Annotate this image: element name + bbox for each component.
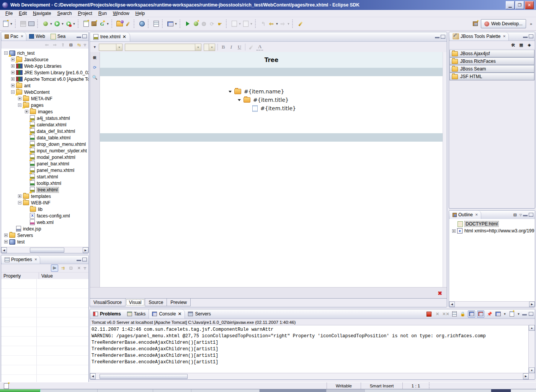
window-title-bar[interactable]: Web Development - C:/Development/Project… bbox=[0, 0, 536, 10]
properties-table-body[interactable] bbox=[1, 279, 88, 382]
previous-annotation-button[interactable] bbox=[242, 20, 249, 28]
scroll-thumb[interactable] bbox=[100, 374, 188, 379]
tree-item[interactable]: rich_test bbox=[1, 50, 88, 56]
link-with-editor-button[interactable]: ⇆ bbox=[76, 42, 82, 48]
tree-item[interactable]: calendar.xhtml bbox=[1, 121, 88, 128]
tree-item[interactable]: modal_ponel.xhtml bbox=[1, 154, 88, 160]
outline-item-html[interactable]: e html xmlns=http://www.w3.org/199 bbox=[449, 227, 535, 234]
up-arrow-icon[interactable]: ⇧ bbox=[60, 42, 66, 48]
back-button[interactable]: ⇦ bbox=[268, 20, 275, 28]
tree-item[interactable]: a4j_status.xhtml bbox=[1, 115, 88, 121]
restore-window-button[interactable]: ❐ bbox=[515, 1, 524, 9]
show-hide-tabs-icon[interactable]: ▦ bbox=[518, 42, 525, 48]
debug-server-button[interactable] bbox=[192, 20, 199, 28]
tree-item[interactable]: ant bbox=[1, 82, 88, 89]
maximize-panel-button[interactable] bbox=[529, 312, 533, 316]
scroll-left-arrow[interactable]: ◀ bbox=[90, 373, 96, 379]
font-color-button[interactable]: A bbox=[257, 44, 263, 51]
palette-category-jsf-html[interactable]: JSF HTML bbox=[449, 73, 534, 80]
tab-servers[interactable]: Servers bbox=[185, 309, 214, 318]
tab-console[interactable]: Console ✕ bbox=[149, 309, 185, 318]
tree-node-row[interactable]: #{item.title} bbox=[252, 104, 296, 113]
header-bar-band[interactable] bbox=[100, 68, 443, 76]
tree-item[interactable]: images bbox=[1, 108, 88, 115]
find-icon[interactable]: 🔍 bbox=[92, 74, 98, 81]
maximize-editor-button[interactable] bbox=[441, 35, 445, 39]
tree-item[interactable]: META-INF bbox=[1, 95, 88, 102]
minimize-view-button[interactable] bbox=[523, 213, 528, 216]
close-icon[interactable]: ✕ bbox=[475, 213, 478, 217]
menu-edit[interactable]: Edit bbox=[16, 10, 30, 17]
column-property[interactable]: Property bbox=[1, 273, 39, 279]
scroll-left-arrow[interactable]: ◀ bbox=[1, 247, 7, 253]
column-value[interactable]: Value bbox=[39, 273, 88, 279]
close-icon[interactable]: ✕ bbox=[123, 34, 126, 39]
show-categories-button[interactable]: ⊫ bbox=[51, 265, 58, 272]
marker-pen-button[interactable] bbox=[297, 20, 304, 28]
page-title[interactable]: Tree bbox=[265, 57, 278, 64]
open-web-browser-button[interactable] bbox=[138, 20, 145, 28]
minimize-editor-button[interactable] bbox=[435, 35, 440, 38]
explorer-horizontal-scrollbar[interactable]: ◀ ▶ bbox=[1, 247, 88, 253]
footer-bar-band[interactable] bbox=[100, 133, 443, 142]
next-annotation-button[interactable] bbox=[230, 20, 238, 28]
show-advanced-properties-button[interactable]: ⇉ bbox=[60, 265, 66, 271]
palette-editor-hammer-icon[interactable]: 🛠 bbox=[510, 42, 516, 48]
refresh-icon[interactable]: ⟳ bbox=[92, 64, 98, 71]
tree-item[interactable]: test bbox=[1, 238, 88, 245]
tree-item[interactable]: Xfaces-config.xml bbox=[1, 212, 88, 219]
view-menu-button[interactable]: ▽ bbox=[520, 213, 522, 217]
start-server-button[interactable] bbox=[184, 20, 191, 28]
save-button[interactable] bbox=[20, 20, 27, 28]
scroll-up-arrow[interactable]: ▲ bbox=[529, 325, 535, 331]
taskbar-window-button[interactable] bbox=[153, 389, 191, 392]
new-web-project-button[interactable]: G bbox=[98, 20, 106, 28]
tree-item[interactable]: WEB-INF bbox=[1, 199, 88, 206]
console-horizontal-scrollbar[interactable]: ◀ ▶ bbox=[90, 373, 529, 379]
menu-project[interactable]: Project bbox=[75, 10, 95, 17]
tree-item[interactable]: data_table.xhtml bbox=[1, 134, 88, 141]
palette-category-jboss-richfaces[interactable]: JBoss RichFaces bbox=[449, 57, 534, 65]
scroll-right-arrow[interactable]: ▶ bbox=[83, 247, 88, 253]
new-wizard-dropdown[interactable]: ▼ bbox=[10, 20, 13, 28]
tree-item[interactable]: Servers bbox=[1, 232, 88, 238]
forward-arrow-icon[interactable]: ⇨ bbox=[52, 42, 58, 48]
outline-horizontal-scrollbar[interactable]: ◀ ▶ bbox=[449, 301, 535, 307]
tab-jboss-tools-palette[interactable]: JBoss Tools Palette✕ bbox=[450, 32, 509, 41]
open-console-dropdown[interactable]: ▼ bbox=[517, 310, 520, 318]
terminate-button[interactable] bbox=[426, 311, 432, 317]
show-console-on-output-button[interactable] bbox=[468, 310, 475, 318]
display-console-dropdown[interactable]: ▼ bbox=[503, 310, 507, 318]
menu-run[interactable]: Run bbox=[95, 10, 110, 17]
tab-visual[interactable]: Visual bbox=[126, 299, 145, 306]
tab-web-projects[interactable]: Web bbox=[26, 32, 47, 41]
font-family-combobox[interactable]: ▼ bbox=[125, 44, 201, 51]
console-output[interactable]: 02.11.2007 1:42:46 com.sun.facelets.tag.… bbox=[90, 325, 529, 373]
editor-vertical-scrollbar[interactable] bbox=[443, 52, 447, 287]
new-jsp-file-button[interactable] bbox=[82, 20, 90, 28]
editor-tab-tree-xhtml[interactable]: tree.xhtml ✕ bbox=[90, 32, 130, 41]
minimize-window-button[interactable]: ▁ bbox=[506, 1, 515, 9]
tree-item[interactable]: data_def_list.xhtml bbox=[1, 128, 88, 134]
tree-item[interactable]: Web App Libraries bbox=[1, 63, 88, 69]
next-annotation-dropdown[interactable]: ▼ bbox=[238, 20, 242, 28]
publish-server-button[interactable]: ☛ bbox=[216, 20, 224, 28]
tab-properties[interactable]: Properties✕ bbox=[2, 255, 40, 264]
collapse-arrow-icon[interactable] bbox=[229, 91, 232, 93]
taskbar-window-button[interactable] bbox=[365, 389, 491, 392]
close-icon[interactable]: ✕ bbox=[21, 34, 24, 38]
taskbar-window-button[interactable] bbox=[98, 389, 153, 392]
scroll-lock-button[interactable]: 🔒 bbox=[459, 311, 466, 317]
bold-button[interactable]: B bbox=[220, 44, 227, 50]
debug-button[interactable] bbox=[42, 20, 49, 28]
servers-view-button[interactable] bbox=[167, 20, 174, 28]
taskbar-window-button[interactable] bbox=[191, 389, 260, 392]
previous-annotation-dropdown[interactable]: ▼ bbox=[250, 20, 253, 28]
taskbar-window-button[interactable] bbox=[40, 389, 98, 392]
scroll-thumb[interactable] bbox=[30, 248, 64, 253]
error-marker-icon[interactable]: ✖ bbox=[438, 290, 442, 296]
taskbar-window-button[interactable] bbox=[327, 389, 365, 392]
tree-item[interactable]: WebContent bbox=[1, 89, 88, 95]
tree-item[interactable]: lib bbox=[1, 206, 88, 212]
tree-item[interactable]: panel_bar.xhtml bbox=[1, 160, 88, 167]
